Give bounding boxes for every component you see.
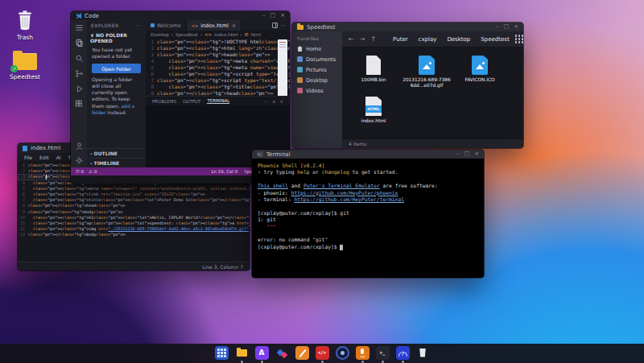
sidebar-item-pictures[interactable]: Pictures [292, 64, 342, 75]
file-item[interactable]: FAVICON.ICO [453, 54, 506, 89]
close-icon[interactable]: × [474, 151, 479, 157]
desktop-icon [297, 77, 303, 83]
panel-action-icon[interactable]: ··· [264, 99, 268, 104]
minimize-icon[interactable]: – [456, 151, 460, 157]
terminal-titlebar[interactable]: >_ Terminal – □ × [252, 150, 484, 159]
panel-tab-output[interactable]: OUTPUT [183, 99, 200, 104]
no-folder-section-header[interactable]: ∨ NO FOLDER OPENED [87, 31, 146, 45]
breadcrumb-item[interactable]: html [250, 32, 261, 37]
launcher-taskbar-icon[interactable] [215, 346, 229, 360]
menu-item-ai[interactable]: AI [56, 155, 61, 160]
panel-action-icon[interactable]: × [279, 99, 283, 104]
split-editor-icon[interactable] [272, 23, 278, 28]
maximize-icon[interactable]: □ [464, 151, 470, 157]
file-item[interactable]: 20131216-689-73866dd…e07d.gif [400, 54, 453, 89]
explorer-icon[interactable] [74, 38, 84, 47]
file-item[interactable]: HTMLindex.html [347, 95, 400, 124]
menu-item-edit[interactable]: Edit [39, 155, 49, 160]
open-folder-button[interactable]: Open Folder [92, 64, 141, 73]
breadcrumb-item-puter[interactable]: Puter [393, 36, 407, 43]
files-taskbar-icon[interactable] [235, 346, 249, 360]
breadcrumb-item[interactable]: index.html [214, 32, 237, 37]
breadcrumb-item[interactable]: Speedtest [175, 32, 198, 37]
files-titlebar[interactable]: Speedtest – □ × [292, 23, 523, 31]
terminal-text: or [309, 169, 321, 175]
source-control-icon[interactable] [74, 68, 84, 78]
problems-status[interactable]: ∅ 0 [76, 169, 84, 174]
panel-action-icon[interactable]: ∧ [272, 99, 275, 104]
trash-taskbar-icon[interactable] [416, 346, 430, 360]
camera-taskbar-icon[interactable] [336, 346, 349, 360]
terminal-link[interactable]: https://github.com/HeyPuter/terminal [295, 196, 404, 202]
recorder-taskbar-icon[interactable] [356, 346, 369, 360]
terminal-line [258, 176, 478, 183]
explorer-more-icon[interactable]: ··· [136, 23, 142, 28]
speedtest-taskbar-icon[interactable] [396, 346, 410, 360]
outline-section[interactable]: › OUTLINE [87, 148, 146, 158]
forward-icon[interactable]: → [360, 35, 365, 43]
status-item[interactable]: Ln 19, Col 9 [211, 169, 237, 174]
terminal-link[interactable]: Puter's Terminal Emulator [303, 183, 380, 188]
window-file-manager[interactable]: Speedtest – □ × Favorites HomeDocumentsP… [292, 23, 523, 148]
code-line: 3class="pn"><class="tg">headclass="pn">> [146, 52, 290, 58]
search-icon[interactable] [74, 53, 84, 63]
terminal-link[interactable]: https://github.com/HeyPuter/phoenix [291, 190, 398, 196]
minimap[interactable] [278, 39, 287, 96]
desktop-icon-trash[interactable]: Trash [6, 10, 43, 41]
menu-item-file[interactable]: File [24, 155, 32, 160]
tab-index-html[interactable]: <>index.html× [187, 20, 242, 31]
app-center-taskbar-icon[interactable]: A [255, 346, 269, 360]
editor-taskbar-icon[interactable] [295, 346, 309, 360]
code-line: 4 class="pn"><class="tg">meta charset="u… [146, 58, 290, 64]
line-number: 9 [146, 90, 157, 96]
running-indicator-dot [321, 361, 324, 363]
account-icon[interactable] [74, 141, 84, 151]
vscode-titlebar[interactable]: Code – □ × [71, 11, 290, 20]
close-icon[interactable]: × [280, 13, 285, 19]
breadcrumb-item-speedtest[interactable]: Speedtest [481, 36, 509, 43]
breadcrumb-item-cxplay[interactable]: cxplay [419, 36, 437, 43]
minimize-icon[interactable]: – [262, 13, 266, 19]
warnings-status[interactable]: ⚠ 0 [89, 169, 97, 174]
close-tab-icon[interactable]: × [232, 23, 236, 29]
code-line: 7class="pn"><class="tg">script type="tex… [146, 77, 290, 84]
code-taskbar-icon[interactable]: </> [316, 346, 329, 360]
maximize-icon[interactable]: □ [504, 24, 510, 30]
timeline-section[interactable]: › TIMELINE [87, 158, 146, 167]
tab-welcome[interactable]: Welcome [146, 20, 187, 31]
sidebar-item-videos[interactable]: Videos [292, 85, 342, 96]
sidebar-item-home[interactable]: Home [292, 43, 342, 54]
code-line: 1class="pn"><class="tg">!DOCTYPE htmlcla… [146, 39, 290, 45]
run-debug-icon[interactable] [74, 84, 84, 93]
back-icon[interactable]: ← [349, 35, 354, 43]
settings-gear-icon[interactable] [74, 155, 84, 165]
extensions-icon[interactable] [74, 99, 84, 109]
terminal-taskbar-icon[interactable]: >_ [376, 346, 390, 360]
panel-tab-problems[interactable]: PROBLEMS [152, 99, 176, 104]
terminal-cursor [340, 245, 343, 250]
vscode-code-area[interactable]: 1class="pn"><class="tg">!DOCTYPE htmlcla… [146, 38, 290, 96]
line-number: 4 [18, 180, 28, 186]
sidebar-item-desktop[interactable]: Desktop [292, 75, 342, 85]
grid-view-icon[interactable] [515, 35, 517, 37]
text-cursor [46, 175, 47, 179]
code-line: 2class="pn"><class="tg">html lang="zh"cl… [146, 45, 290, 52]
terminal-output[interactable]: Phoenix Shell [v0.2.4]⚡ try typing help … [252, 159, 484, 278]
window-terminal[interactable]: >_ Terminal – □ × Phoenix Shell [v0.2.4]… [252, 150, 484, 278]
breadcrumb-item[interactable]: Desktop [151, 32, 169, 37]
breadcrumb-item-desktop[interactable]: Desktop [447, 36, 470, 43]
panel-tab-terminal[interactable]: TERMINAL [207, 98, 229, 104]
editor-more-icon[interactable]: ··· [281, 23, 286, 29]
up-icon[interactable]: ↑ [370, 35, 376, 43]
terminal-link[interactable]: This shell [258, 183, 288, 188]
minimize-icon[interactable]: – [496, 24, 499, 30]
home-icon [297, 46, 303, 52]
dev-center-taskbar-icon[interactable] [275, 346, 289, 360]
desktop-icon-speedtest[interactable]: ↗ Speedtest [6, 50, 43, 80]
file-item[interactable]: 100MB.bin [347, 54, 400, 89]
sidebar-item-documents[interactable]: Documents [292, 54, 342, 64]
close-icon[interactable]: × [514, 24, 518, 30]
code-line: 5 class="pn"><class="tg">meta name="view… [18, 186, 250, 192]
menu-icon[interactable] [74, 23, 84, 32]
maximize-icon[interactable]: □ [270, 13, 276, 19]
